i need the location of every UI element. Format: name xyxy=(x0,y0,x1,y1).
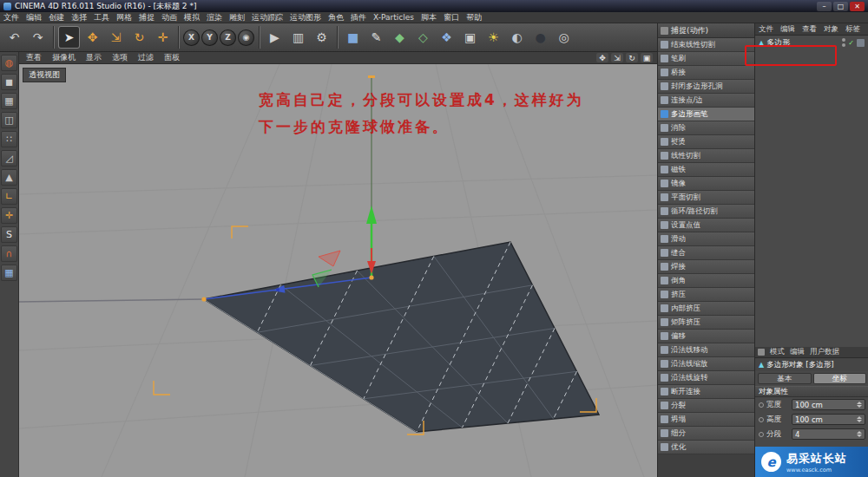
tool-button-move[interactable]: ✥ xyxy=(82,26,103,49)
mode-button-points-mode[interactable]: ∷ xyxy=(1,131,17,147)
viewport-menu-item[interactable]: 选项 xyxy=(107,52,133,63)
command-button[interactable]: 熨烫 xyxy=(658,135,754,149)
menu-item[interactable]: X-Particles xyxy=(370,13,418,22)
create-button-deformer[interactable]: ◇ xyxy=(412,26,434,49)
attribute-menu-item[interactable]: 编辑 xyxy=(787,347,807,357)
property-value[interactable]: 100 cm xyxy=(795,401,823,409)
axis-top-handle[interactable] xyxy=(368,75,375,78)
tool-button-live-selection[interactable]: ➤ xyxy=(58,26,80,49)
viewport-menu-item[interactable]: 查看 xyxy=(21,52,47,63)
viewport-label[interactable]: 透视视图 xyxy=(23,68,66,82)
command-button[interactable]: 封闭多边形孔洞 xyxy=(658,80,754,94)
object-manager-menu-item[interactable]: 对象 xyxy=(820,24,842,35)
command-button[interactable]: 笔刷 xyxy=(658,52,754,66)
toolbar-button-undo[interactable]: ↶ xyxy=(3,26,25,49)
menu-item[interactable]: 选择 xyxy=(68,12,90,23)
axis-lock-button-lock-z[interactable]: Z xyxy=(220,29,236,46)
stepper-arrows[interactable] xyxy=(854,402,862,408)
menu-item[interactable]: 脚本 xyxy=(418,12,440,23)
render-button-render-view[interactable]: ▶ xyxy=(264,26,286,49)
menu-item[interactable]: 运动跟踪 xyxy=(248,12,286,23)
menu-item[interactable]: 动画 xyxy=(158,12,181,23)
command-button[interactable]: 滑动 xyxy=(658,232,754,246)
menu-item[interactable]: 文件 xyxy=(0,12,23,23)
command-button[interactable]: 内部挤压 xyxy=(658,302,754,316)
property-value[interactable]: 100 cm xyxy=(795,415,823,424)
menu-item[interactable]: 编辑 xyxy=(23,12,45,23)
plane-handle-red[interactable] xyxy=(319,251,340,266)
mode-button-magnet[interactable]: ∩ xyxy=(1,245,17,262)
create-button-spline-pen[interactable]: ✎ xyxy=(365,26,387,49)
viewport-menu-item[interactable]: 显示 xyxy=(81,52,107,63)
command-button[interactable]: 偏移 xyxy=(658,330,754,343)
command-button[interactable]: 磁铁 xyxy=(658,163,754,177)
menu-item[interactable]: 窗口 xyxy=(440,12,463,23)
menu-item[interactable]: 创建 xyxy=(45,12,68,23)
command-button[interactable]: 优化 xyxy=(658,441,754,454)
attribute-tab[interactable]: 基本 xyxy=(758,373,812,384)
selected-vertex[interactable] xyxy=(201,297,206,301)
attribute-tab[interactable]: 坐标 xyxy=(813,373,867,384)
mode-button-convert-editable[interactable]: ◍ xyxy=(1,55,17,71)
command-button[interactable]: 桥接 xyxy=(658,66,754,80)
viewport-menu-item[interactable]: 过滤 xyxy=(133,52,159,63)
command-button[interactable]: 循环/路径切割 xyxy=(658,205,754,219)
property-field[interactable]: 100 cm xyxy=(792,414,865,425)
mode-button-snap-toggle[interactable]: S xyxy=(1,226,17,243)
viewport-menu-item[interactable]: 摄像机 xyxy=(47,52,81,63)
axis-lock-button-coordinate-system[interactable]: ◉ xyxy=(238,29,254,46)
object-manager-menu-item[interactable]: 编辑 xyxy=(777,24,799,35)
command-button[interactable]: 沿法线旋转 xyxy=(658,371,754,385)
mode-button-array-grid[interactable]: ▦ xyxy=(1,265,17,281)
object-row[interactable]: ▲ 多边形 ✓ xyxy=(755,36,868,49)
axis-lock-button-lock-x[interactable]: X xyxy=(183,29,200,46)
maximize-button[interactable]: □ xyxy=(833,2,848,11)
create-button-primitive-cube[interactable]: ■ xyxy=(342,26,364,49)
command-button[interactable]: 倒角 xyxy=(658,274,754,288)
enable-checkmark[interactable]: ✓ xyxy=(848,39,854,47)
command-button[interactable]: 焊接 xyxy=(658,260,754,274)
command-button[interactable]: 沿法线缩放 xyxy=(658,357,754,371)
create-button-light[interactable]: ☀ xyxy=(483,26,504,49)
tool-button-last-tool[interactable]: ✛ xyxy=(152,26,174,49)
property-value[interactable]: 4 xyxy=(795,430,799,439)
menu-item[interactable]: 网格 xyxy=(113,12,135,23)
command-button[interactable]: 平面切割 xyxy=(658,191,754,205)
viewport-control-zoom-view[interactable]: ⇲ xyxy=(611,53,623,62)
command-button[interactable]: 消除 xyxy=(658,121,754,135)
mode-button-workplane-mode[interactable]: ◫ xyxy=(1,112,17,128)
mode-button-texture-mode[interactable]: ▦ xyxy=(1,93,17,109)
polygon-mesh[interactable] xyxy=(204,242,599,432)
menu-item[interactable]: 运动图形 xyxy=(286,12,325,23)
stepper-arrows[interactable] xyxy=(854,431,862,437)
menu-item[interactable]: 雕刻 xyxy=(226,12,248,23)
command-button[interactable]: 多边形画笔 xyxy=(658,108,754,121)
command-button[interactable]: 连接点/边 xyxy=(658,94,754,108)
keyframe-circle[interactable] xyxy=(759,402,764,408)
create-button-camera[interactable]: ▣ xyxy=(459,26,481,49)
object-manager-menu-item[interactable]: 文件 xyxy=(755,24,777,35)
keyframe-circle[interactable] xyxy=(759,432,764,437)
property-field[interactable]: 100 cm xyxy=(792,399,865,410)
tool-button-rotate[interactable]: ↻ xyxy=(128,26,150,49)
create-button-magnify[interactable]: ◎ xyxy=(553,26,575,49)
mode-button-axis-mode[interactable]: ∟ xyxy=(1,188,17,205)
menu-item[interactable]: 捕捉 xyxy=(135,12,158,23)
mode-button-polygons-mode[interactable]: ▲ xyxy=(1,169,17,186)
property-field[interactable]: 4 xyxy=(792,428,865,440)
object-manager[interactable]: ▲ 多边形 ✓ xyxy=(755,36,868,347)
attribute-menu-item[interactable]: 模式 xyxy=(767,347,787,357)
menu-item[interactable]: 角色 xyxy=(325,12,347,23)
visibility-dot-bottom[interactable] xyxy=(842,43,845,47)
create-button-material[interactable]: ● xyxy=(529,26,551,49)
menu-item[interactable]: 渲染 xyxy=(203,12,226,23)
object-manager-menu-item[interactable]: 查看 xyxy=(799,24,820,35)
tool-button-scale[interactable]: ⇲ xyxy=(105,26,127,49)
command-button[interactable]: 分裂 xyxy=(658,399,754,413)
command-button[interactable]: 矩阵挤压 xyxy=(658,316,754,330)
viewport-control-pan-view[interactable]: ✥ xyxy=(596,53,608,62)
render-button-render-picture-viewer[interactable]: ▥ xyxy=(287,26,309,49)
object-manager-menu-item[interactable]: 标签 xyxy=(842,24,864,35)
axis-lock-button-lock-y[interactable]: Y xyxy=(201,29,218,46)
minimize-button[interactable]: – xyxy=(817,2,832,11)
